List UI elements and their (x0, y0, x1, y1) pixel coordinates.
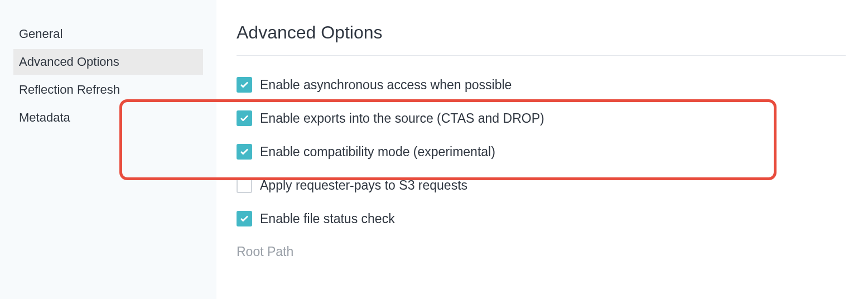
option-row-async-access: Enable asynchronous access when possible (237, 77, 846, 93)
option-row-requester-pays: Apply requester-pays to S3 requests (237, 177, 846, 193)
page-title: Advanced Options (237, 22, 846, 43)
checkbox-exports-ctas[interactable] (237, 110, 252, 126)
checkbox-file-status-check[interactable] (237, 211, 252, 226)
option-row-file-status-check: Enable file status check (237, 211, 846, 226)
root-path-label: Root Path (237, 244, 846, 259)
sidebar-item-general[interactable]: General (13, 21, 203, 47)
main-content: Advanced Options Enable asynchronous acc… (216, 0, 868, 299)
option-label: Enable exports into the source (CTAS and… (260, 111, 544, 126)
check-icon (239, 214, 249, 224)
option-label: Enable compatibility mode (experimental) (260, 144, 495, 160)
option-label: Enable asynchronous access when possible (260, 78, 512, 93)
check-icon (239, 80, 249, 90)
sidebar-item-advanced-options[interactable]: Advanced Options (13, 49, 203, 75)
checkbox-compatibility-mode[interactable] (237, 144, 252, 160)
option-label: Enable file status check (260, 211, 395, 226)
check-icon (239, 113, 249, 123)
checkbox-async-access[interactable] (237, 77, 252, 93)
option-label: Apply requester-pays to S3 requests (260, 178, 467, 193)
divider (237, 55, 846, 56)
sidebar-item-metadata[interactable]: Metadata (13, 105, 203, 131)
sidebar-item-reflection-refresh[interactable]: Reflection Refresh (13, 77, 203, 103)
option-row-compatibility-mode: Enable compatibility mode (experimental) (237, 144, 846, 160)
check-icon (239, 147, 249, 157)
settings-sidebar: General Advanced Options Reflection Refr… (0, 0, 216, 299)
checkbox-requester-pays[interactable] (237, 177, 252, 193)
option-row-exports-ctas: Enable exports into the source (CTAS and… (237, 110, 846, 126)
